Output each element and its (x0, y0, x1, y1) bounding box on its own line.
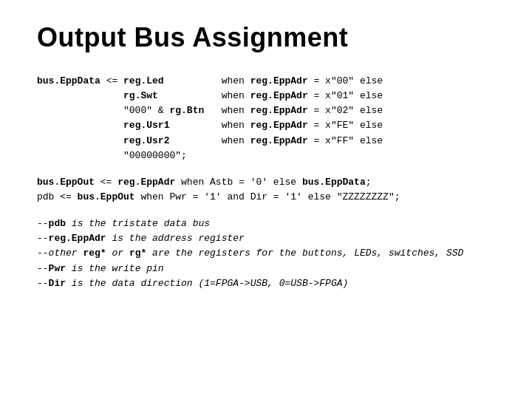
comment-block: --pdb is the tristate data bus --reg.Epp… (37, 216, 495, 291)
code-line-8: pdb <= bus.EppOut when Pwr = '1' and Dir… (37, 190, 495, 205)
slide: Output Bus Assignment bus.EppData <= reg… (0, 0, 532, 399)
code-line-5: reg.Usr2 when reg.EppAdr = x"FF" else (37, 134, 495, 149)
code-line-6: "00000000"; (37, 149, 495, 163)
slide-title: Output Bus Assignment (37, 22, 495, 53)
comment-line-4: --Pwr is the write pin (37, 262, 495, 276)
code-line-4: reg.Usr1 when reg.EppAdr = x"FE" else (37, 118, 495, 133)
content-area: bus.EppData <= reg.Led when reg.EppAdr =… (37, 74, 495, 303)
comment-line-1: --pdb is the tristate data bus (37, 216, 495, 231)
code-line-7: bus.EppOut <= reg.EppAdr when Astb = '0'… (37, 175, 495, 190)
code-line-1: bus.EppData <= reg.Led when reg.EppAdr =… (37, 74, 495, 89)
code-line-2: rg.Swt when reg.EppAdr = x"01" else (37, 89, 495, 103)
comment-line-5: --Dir is the data direction (1=FPGA->USB… (37, 276, 495, 291)
code-block-2: bus.EppOut <= reg.EppAdr when Astb = '0'… (37, 175, 495, 205)
code-line-3: "000" & rg.Btn when reg.EppAdr = x"02" e… (37, 103, 495, 118)
comment-line-3: --other reg* or rg* are the registers fo… (37, 246, 495, 261)
comment-line-2: --reg.EppAdr is the address register (37, 231, 495, 246)
code-block-1: bus.EppData <= reg.Led when reg.EppAdr =… (37, 74, 495, 163)
